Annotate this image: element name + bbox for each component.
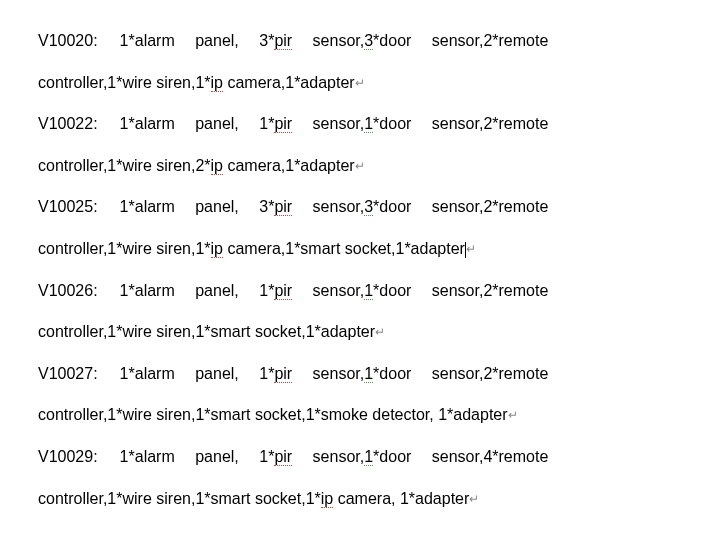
text-run: 1* bbox=[259, 448, 274, 465]
text-run: sensor,2*remote bbox=[432, 282, 549, 299]
text-run: sensor,2*remote bbox=[432, 115, 549, 132]
text-run: *door bbox=[373, 198, 411, 215]
return-mark-icon: ↵ bbox=[355, 76, 365, 90]
text-run: 1*alarm bbox=[120, 115, 175, 132]
text-run bbox=[175, 365, 179, 382]
text-run: 1* bbox=[259, 115, 274, 132]
return-mark-icon: ↵ bbox=[355, 159, 365, 173]
text-run bbox=[175, 282, 179, 299]
product-code: V10026: bbox=[38, 282, 98, 299]
qty-text: 1 bbox=[364, 448, 373, 466]
text-run: panel, bbox=[195, 115, 239, 132]
text-run bbox=[411, 32, 415, 49]
pir-text: pir bbox=[274, 115, 292, 133]
text-run: sensor, bbox=[313, 365, 365, 382]
text-run: panel, bbox=[195, 448, 239, 465]
text-run: panel, bbox=[195, 198, 239, 215]
text-run bbox=[411, 198, 415, 215]
qty-text: 3 bbox=[364, 198, 373, 216]
pir-text: pir bbox=[274, 365, 292, 383]
text-run: 1*alarm bbox=[120, 32, 175, 49]
text-run bbox=[239, 365, 243, 382]
text-run bbox=[292, 282, 296, 299]
text-run: controller,1*wire siren,2* bbox=[38, 157, 211, 174]
qty-text: 1 bbox=[364, 365, 373, 383]
text-run bbox=[175, 448, 179, 465]
return-mark-icon: ↵ bbox=[469, 492, 479, 506]
text-run: camera,1*adapter bbox=[223, 74, 355, 91]
text-run: 3* bbox=[259, 32, 274, 49]
product-entry: V10026:1*alarm panel, 1*pir sensor,1*doo… bbox=[38, 270, 683, 353]
text-run bbox=[175, 198, 179, 215]
pir-text: pir bbox=[274, 282, 292, 300]
text-run: controller,1*wire siren,1*smart socket,1… bbox=[38, 323, 375, 340]
text-run: 1* bbox=[259, 365, 274, 382]
text-run bbox=[292, 365, 296, 382]
text-run bbox=[292, 198, 296, 215]
text-run: 1*alarm bbox=[120, 448, 175, 465]
text-run: camera,1*adapter bbox=[223, 157, 355, 174]
pir-text: pir bbox=[274, 198, 292, 216]
text-run: sensor,2*remote bbox=[432, 365, 549, 382]
text-run bbox=[411, 115, 415, 132]
text-run bbox=[239, 115, 243, 132]
ip-text: ip bbox=[321, 490, 333, 508]
text-run bbox=[292, 448, 296, 465]
product-code: V10027: bbox=[38, 365, 98, 382]
product-code: V10025: bbox=[38, 198, 98, 215]
text-run: sensor, bbox=[313, 282, 365, 299]
text-run: sensor,2*remote bbox=[432, 32, 549, 49]
product-entry: V10022:1*alarm panel, 1*pir sensor,1*doo… bbox=[38, 103, 683, 186]
text-run: sensor, bbox=[313, 32, 365, 49]
text-run: 1*alarm bbox=[120, 198, 175, 215]
qty-text: 1 bbox=[364, 282, 373, 300]
qty-text: 1 bbox=[364, 115, 373, 133]
text-run bbox=[292, 32, 296, 49]
pir-text: pir bbox=[274, 32, 292, 50]
text-run: *door bbox=[373, 115, 411, 132]
text-run bbox=[292, 115, 296, 132]
text-run bbox=[411, 282, 415, 299]
text-run: *door bbox=[373, 32, 411, 49]
return-mark-icon: ↵ bbox=[466, 242, 476, 256]
text-run bbox=[239, 32, 243, 49]
text-run: controller,1*wire siren,1* bbox=[38, 240, 211, 257]
text-run: controller,1*wire siren,1*smart socket,1… bbox=[38, 490, 321, 507]
pir-text: pir bbox=[274, 448, 292, 466]
text-run bbox=[411, 365, 415, 382]
product-entry: V10020:1*alarm panel, 3*pir sensor,3*doo… bbox=[38, 20, 683, 103]
text-run bbox=[239, 198, 243, 215]
text-run: *door bbox=[373, 282, 411, 299]
text-run: panel, bbox=[195, 32, 239, 49]
text-run bbox=[175, 32, 179, 49]
text-run: controller,1*wire siren,1*smart socket,1… bbox=[38, 406, 508, 423]
text-run: sensor, bbox=[313, 448, 365, 465]
qty-text: 3 bbox=[364, 32, 373, 50]
text-run: sensor,2*remote bbox=[432, 198, 549, 215]
text-run: camera, 1*adapter bbox=[333, 490, 469, 507]
product-entry: V10029:1*alarm panel, 1*pir sensor,1*doo… bbox=[38, 436, 683, 519]
product-code: V10022: bbox=[38, 115, 98, 132]
text-run: 1* bbox=[259, 282, 274, 299]
product-entry: V10027:1*alarm panel, 1*pir sensor,1*doo… bbox=[38, 353, 683, 436]
ip-text: ip bbox=[211, 157, 223, 175]
text-run: 1*alarm bbox=[120, 365, 175, 382]
text-run: 1*alarm bbox=[120, 282, 175, 299]
text-run: sensor, bbox=[313, 115, 365, 132]
product-code: V10029: bbox=[38, 448, 98, 465]
text-run bbox=[239, 448, 243, 465]
text-run: *door bbox=[373, 365, 411, 382]
ip-text: ip bbox=[211, 240, 223, 258]
text-run: camera,1*smart socket,1*adapter bbox=[223, 240, 465, 257]
text-run: 3* bbox=[259, 198, 274, 215]
text-run: controller,1*wire siren,1* bbox=[38, 74, 211, 91]
product-code: V10020: bbox=[38, 32, 98, 49]
text-run: panel, bbox=[195, 365, 239, 382]
text-run bbox=[175, 115, 179, 132]
text-run bbox=[411, 448, 415, 465]
return-mark-icon: ↵ bbox=[508, 409, 518, 423]
ip-text: ip bbox=[211, 74, 223, 92]
product-entry: V10025:1*alarm panel, 3*pir sensor,3*doo… bbox=[38, 186, 683, 269]
text-run: panel, bbox=[195, 282, 239, 299]
text-run: sensor, bbox=[313, 198, 365, 215]
